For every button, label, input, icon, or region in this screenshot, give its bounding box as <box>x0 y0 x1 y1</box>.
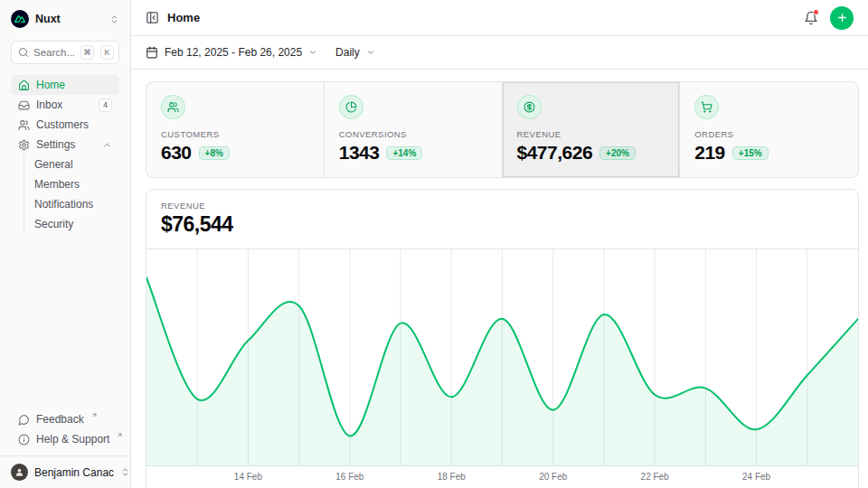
notification-dot <box>813 9 819 15</box>
stat-card-conversions[interactable]: CONVERSIONS 1343 +14% <box>325 82 503 177</box>
shopping-cart-icon <box>694 95 719 119</box>
chevron-down-icon <box>366 48 375 57</box>
x-tick-label: 22 Feb <box>641 472 669 482</box>
header-actions <box>804 6 854 30</box>
granularity-label: Daily <box>335 46 360 59</box>
calendar-icon <box>146 46 158 59</box>
filters-toolbar: Feb 12, 2025 - Feb 26, 2025 Daily <box>131 36 868 70</box>
stat-label: CUSTOMERS <box>161 129 309 139</box>
pie-chart-icon <box>339 95 363 119</box>
user-name: Benjamin Canac <box>34 466 114 479</box>
kbd-command: ⌘ <box>80 45 94 60</box>
stat-value: $477,626 <box>517 142 593 164</box>
user-menu[interactable]: Benjamin Canac <box>0 455 130 488</box>
x-tick-label: 16 Feb <box>335 472 363 482</box>
revenue-area-chart <box>146 249 858 466</box>
revenue-chart-card: REVENUE $76,544 14 Feb16 Feb18 Feb20 Feb… <box>146 189 859 488</box>
page-header: Home <box>131 0 868 36</box>
sidebar-item-security[interactable]: Security <box>24 214 119 234</box>
chart-metric-label: REVENUE <box>161 201 844 211</box>
sidebar-item-settings[interactable]: Settings <box>11 135 119 155</box>
brand-name: Nuxt <box>35 13 61 25</box>
x-tick-label: 14 Feb <box>234 472 262 482</box>
workspace-switcher[interactable]: Nuxt <box>11 9 119 29</box>
stat-label: ORDERS <box>694 129 844 139</box>
sidebar-item-help-support[interactable]: Help & Support <box>11 429 119 449</box>
inbox-count-badge: 4 <box>99 99 112 112</box>
add-button[interactable] <box>830 6 854 30</box>
external-link-icon <box>117 432 123 438</box>
avatar <box>11 464 28 481</box>
users-icon <box>18 119 30 131</box>
sidebar-item-label: Customers <box>36 118 89 131</box>
delta-badge: +20% <box>599 146 636 160</box>
stat-value: 219 <box>694 142 725 164</box>
sidebar-item-notifications[interactable]: Notifications <box>24 194 119 214</box>
date-range-label: Feb 12, 2025 - Feb 26, 2025 <box>165 46 302 59</box>
stat-value: 1343 <box>339 142 380 164</box>
plus-icon <box>836 12 848 23</box>
sidebar-item-home[interactable]: Home <box>11 75 119 95</box>
chart-metric-value: $76,544 <box>161 212 844 237</box>
search-input-wrap[interactable]: ⌘ K <box>11 41 119 64</box>
stat-label: CONVERSIONS <box>339 129 487 139</box>
stats-row: CUSTOMERS 630 +8% CONVERSIONS 1343 +14% <box>146 81 859 178</box>
search-icon <box>18 47 29 58</box>
sidebar-item-label: Settings <box>36 138 75 151</box>
sidebar-item-feedback[interactable]: Feedback <box>11 409 119 429</box>
sidebar-nav: Home Inbox 4 Customers Settings Ge <box>11 75 119 234</box>
stat-label: REVENUE <box>517 129 665 139</box>
info-icon <box>18 434 30 446</box>
sidebar-footer-nav: Feedback Help & Support <box>11 409 119 449</box>
sidebar-item-label: Feedback <box>36 413 84 426</box>
sidebar-item-general[interactable]: General <box>24 155 119 174</box>
inbox-icon <box>18 99 30 111</box>
sidebar-item-members[interactable]: Members <box>24 174 119 194</box>
delta-badge: +14% <box>386 146 422 160</box>
main-panel: Home Feb 12, 2025 - Feb 26, 2025 <box>131 0 868 488</box>
chevrons-up-down-icon <box>120 467 130 477</box>
x-axis: 14 Feb16 Feb18 Feb20 Feb22 Feb24 Feb <box>146 466 858 488</box>
sidebar-item-label: Inbox <box>36 99 62 111</box>
chevrons-up-down-icon <box>109 14 119 24</box>
sidebar-item-label: Home <box>36 79 65 91</box>
circle-dollar-icon <box>517 95 542 119</box>
sidebar-item-customers[interactable]: Customers <box>11 115 119 135</box>
x-tick-label: 20 Feb <box>539 472 567 482</box>
external-link-icon <box>91 412 98 418</box>
stat-value: 630 <box>161 142 192 164</box>
granularity-select[interactable]: Daily <box>335 46 375 59</box>
stat-card-orders[interactable]: ORDERS 219 +15% <box>680 82 858 177</box>
stat-card-customers[interactable]: CUSTOMERS 630 +8% <box>146 82 325 177</box>
delta-badge: +15% <box>732 146 769 160</box>
sidebar-spacer <box>11 234 119 409</box>
notifications-button[interactable] <box>804 11 818 25</box>
panel-left-close-icon <box>146 11 159 24</box>
date-range-picker[interactable]: Feb 12, 2025 - Feb 26, 2025 <box>146 46 317 59</box>
collapse-sidebar-button[interactable] <box>146 11 159 24</box>
page-title: Home <box>167 11 200 24</box>
chart-header: REVENUE $76,544 <box>146 190 858 249</box>
settings-submenu: General Members Notifications Security <box>24 155 119 234</box>
stat-card-revenue[interactable]: REVENUE $477,626 +20% <box>503 82 681 177</box>
home-icon <box>18 80 30 91</box>
x-tick-label: 18 Feb <box>438 472 466 482</box>
search-input[interactable] <box>33 47 76 58</box>
chevron-up-icon <box>102 140 112 150</box>
users-icon <box>161 95 185 119</box>
gear-icon <box>18 139 30 151</box>
content-area: CUSTOMERS 630 +8% CONVERSIONS 1343 +14% <box>131 70 868 488</box>
message-circle-icon <box>18 414 30 426</box>
sidebar-item-inbox[interactable]: Inbox 4 <box>11 95 119 115</box>
sidebar-item-label: Help & Support <box>36 433 109 446</box>
delta-badge: +8% <box>199 146 230 160</box>
x-tick-label: 24 Feb <box>742 472 770 482</box>
kbd-k: K <box>100 45 114 60</box>
nuxt-logo-icon <box>11 10 29 28</box>
chart-plot-area[interactable] <box>146 249 858 466</box>
sidebar: Nuxt ⌘ K Home Inbox 4 <box>0 0 131 488</box>
chevron-down-icon <box>308 48 317 57</box>
